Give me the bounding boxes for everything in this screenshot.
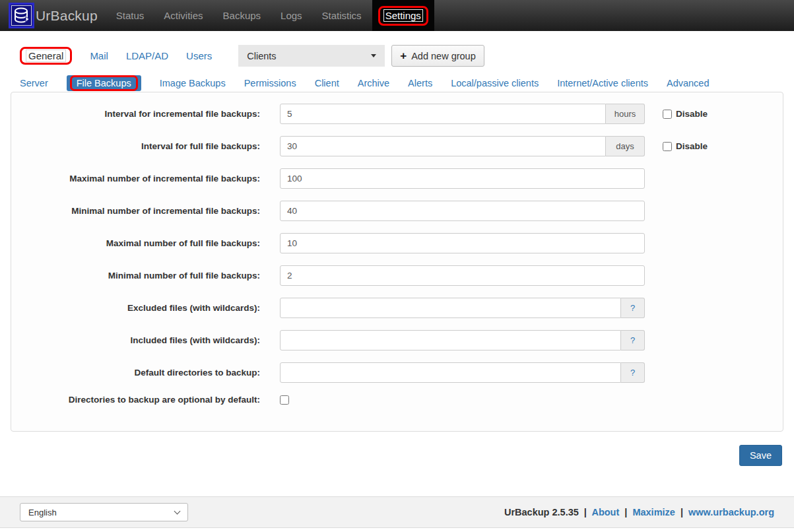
directories-optional-checkbox[interactable]: [280, 395, 289, 405]
field-label: Directories to backup are optional by de…: [11, 395, 280, 405]
included-files-input[interactable]: [280, 330, 621, 350]
input-group: hours: [280, 104, 645, 124]
tab-internet-active-clients[interactable]: Internet/Active clients: [557, 78, 648, 88]
help-button[interactable]: ?: [621, 362, 645, 383]
incremental-interval-input[interactable]: [280, 104, 606, 124]
tab-server[interactable]: Server: [20, 78, 48, 88]
footer-separator: |: [584, 507, 587, 517]
file-backups-settings-panel: Interval for incremental file backups: h…: [11, 92, 783, 432]
field-label: Minimal number of full file backups:: [11, 271, 280, 281]
tab-file-backups[interactable]: File Backups: [67, 75, 141, 91]
urbackup-logo-icon: [9, 3, 34, 28]
urbackup-website-link[interactable]: www.urbackup.org: [688, 507, 774, 517]
field-label: Default directories to backup:: [11, 368, 280, 378]
nav-menu: Status Activities Backups Logs Statistic…: [106, 0, 434, 31]
add-new-group-label: Add new group: [411, 51, 476, 61]
tab-users[interactable]: Users: [186, 50, 212, 61]
input-group: ?: [280, 330, 645, 350]
settings-subtabs: Server File Backups Image Backups Permis…: [20, 75, 794, 91]
tab-ldap-ad[interactable]: LDAP/AD: [126, 50, 168, 61]
min-incremental-input[interactable]: [280, 201, 645, 221]
row-full-interval: Interval for full file backups: days Dis…: [11, 136, 783, 156]
input-group: days: [280, 136, 645, 156]
unit-addon: hours: [606, 104, 645, 124]
nav-item-status[interactable]: Status: [106, 0, 154, 31]
disable-checkbox-group: Disable: [663, 109, 708, 119]
nav-item-backups[interactable]: Backups: [213, 0, 271, 31]
row-max-incremental: Maximal number of incremental file backu…: [11, 168, 783, 189]
nav-item-settings[interactable]: Settings: [372, 0, 434, 31]
field-label: Maximal number of full file backups:: [11, 238, 280, 248]
nav-item-activities[interactable]: Activities: [154, 0, 213, 31]
tab-image-backups[interactable]: Image Backups: [160, 78, 226, 88]
footer-bar: English UrBackup 2.5.35 | About | Maximi…: [0, 496, 794, 528]
chevron-down-icon: [174, 508, 181, 514]
save-button-row: Save: [0, 445, 794, 466]
incremental-interval-disable-checkbox[interactable]: [663, 110, 672, 119]
disable-label: Disable: [676, 141, 708, 151]
maximize-link[interactable]: Maximize: [632, 507, 675, 517]
tab-advanced[interactable]: Advanced: [667, 78, 710, 88]
footer-separator: |: [624, 507, 627, 517]
tab-local-passive-clients[interactable]: Local/passive clients: [451, 78, 539, 88]
language-select[interactable]: English: [20, 503, 188, 521]
clients-dropdown-value: Clients: [247, 51, 276, 61]
unit-addon: days: [606, 136, 645, 156]
row-min-full: Minimal number of full file backups:: [11, 265, 783, 286]
nav-item-logs[interactable]: Logs: [271, 0, 312, 31]
tab-alerts[interactable]: Alerts: [408, 78, 432, 88]
row-excluded-files: Excluded files (with wildcards): ?: [11, 298, 783, 318]
brand-title: UrBackup: [36, 8, 98, 24]
field-label: Excluded files (with wildcards):: [11, 303, 280, 313]
help-button[interactable]: ?: [621, 330, 645, 350]
row-included-files: Included files (with wildcards): ?: [11, 330, 783, 350]
tab-permissions[interactable]: Permissions: [244, 78, 296, 88]
caret-down-icon: [371, 54, 376, 57]
version-text: UrBackup 2.5.35: [504, 507, 579, 517]
save-button[interactable]: Save: [739, 445, 782, 466]
row-directories-optional: Directories to backup are optional by de…: [11, 395, 783, 405]
clients-dropdown[interactable]: Clients: [238, 45, 385, 67]
field-label: Maximal number of incremental file backu…: [11, 174, 280, 183]
default-directories-input[interactable]: [280, 362, 621, 383]
help-button[interactable]: ?: [621, 298, 645, 318]
max-full-input[interactable]: [280, 233, 645, 253]
tab-client[interactable]: Client: [315, 78, 339, 88]
general-highlight-annotation: General: [20, 47, 72, 65]
nav-item-statistics[interactable]: Statistics: [312, 0, 372, 31]
row-max-full: Maximal number of full file backups:: [11, 233, 783, 253]
footer-info: UrBackup 2.5.35 | About | Maximize | www…: [504, 507, 774, 517]
nav-item-settings-label: Settings: [383, 9, 423, 22]
file-backups-highlight-annotation: File Backups: [70, 75, 138, 91]
field-label: Interval for full file backups:: [11, 141, 280, 151]
full-interval-input[interactable]: [280, 136, 606, 156]
excluded-files-input[interactable]: [280, 298, 621, 318]
input-group: ?: [280, 362, 645, 383]
input-group: ?: [280, 298, 645, 318]
field-label: Included files (with wildcards):: [11, 335, 280, 345]
row-min-incremental: Minimal number of incremental file backu…: [11, 201, 783, 221]
row-default-directories: Default directories to backup: ?: [11, 362, 783, 383]
settings-highlight-annotation: Settings: [378, 6, 428, 26]
tab-mail[interactable]: Mail: [90, 50, 108, 61]
field-label: Interval for incremental file backups:: [11, 109, 280, 119]
max-incremental-input[interactable]: [280, 168, 645, 189]
field-label: Minimal number of incremental file backu…: [11, 206, 280, 216]
tab-archive[interactable]: Archive: [358, 78, 389, 88]
tab-general[interactable]: General: [26, 50, 66, 62]
language-select-value: English: [28, 508, 57, 517]
min-full-input[interactable]: [280, 265, 645, 286]
settings-section-tabs: General Mail LDAP/AD Users Clients + Add…: [20, 45, 794, 67]
add-new-group-button[interactable]: + Add new group: [391, 45, 484, 67]
about-link[interactable]: About: [591, 507, 619, 517]
footer-separator: |: [680, 507, 683, 517]
top-navbar: UrBackup Status Activities Backups Logs …: [0, 0, 794, 31]
disable-checkbox-group: Disable: [663, 141, 708, 151]
row-incremental-interval: Interval for incremental file backups: h…: [11, 104, 783, 124]
plus-icon: +: [400, 50, 407, 63]
full-interval-disable-checkbox[interactable]: [663, 142, 672, 151]
disable-label: Disable: [676, 109, 708, 119]
